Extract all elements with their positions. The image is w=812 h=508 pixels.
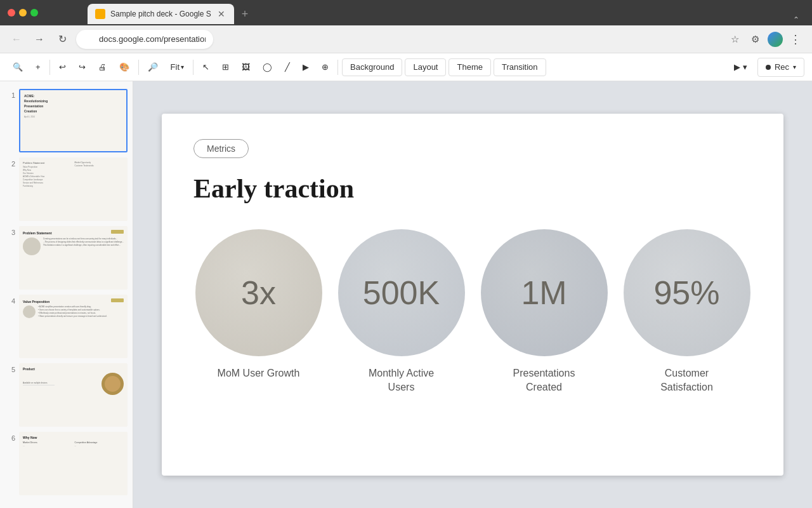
present-dropdown: ▾ xyxy=(743,62,747,72)
metric-item-3: 1M PresentationsCreated xyxy=(481,229,608,395)
paint-format-button[interactable]: 🎨 xyxy=(114,58,134,77)
bookmark-button[interactable]: ☆ xyxy=(726,30,743,48)
toolbar-separator-3 xyxy=(193,60,193,75)
fit-dropdown-arrow: ▾ xyxy=(181,64,184,70)
close-button[interactable] xyxy=(8,9,15,17)
link-button[interactable]: ⊕ xyxy=(317,58,334,77)
metric-value-1: 3x xyxy=(241,274,276,312)
main-area: 1 ACME: Revolutionizing Presentation Cre… xyxy=(0,81,812,508)
slide-thumbnail-4[interactable]: Value Proposition • ACME simplifies pres… xyxy=(19,295,128,358)
rec-dot-icon xyxy=(766,65,771,70)
tab-close-button[interactable]: ✕ xyxy=(216,9,226,19)
profile-button[interactable] xyxy=(766,30,784,48)
slides-toolbar: 🔍 + ↩ ↪ 🖨 🎨 🔎 Fit ▾ ↖ ⊞ 🖼 ◯ ╱ ▶ ⊕ Backgr… xyxy=(0,53,812,81)
image-button[interactable]: 🖼 xyxy=(237,58,255,77)
slide-num-1: 1 xyxy=(5,89,15,99)
toolbar-separator-4 xyxy=(337,60,338,75)
theme-button[interactable]: Theme xyxy=(449,58,490,76)
slide-thumbnail-6[interactable]: Why Now Market Drivers ... Competitive A… xyxy=(19,432,128,495)
forward-button[interactable]: → xyxy=(30,30,48,48)
slide-num-2: 2 xyxy=(5,157,15,168)
browser-menu-button[interactable]: ⋮ xyxy=(787,30,804,48)
slide-num-4: 4 xyxy=(5,295,15,305)
slide-num-5: 5 xyxy=(5,363,15,373)
slide-num-6: 6 xyxy=(5,432,15,442)
right-toolbar: ▶ ▾ Rec ▾ xyxy=(729,58,804,77)
tab-bar: Sample pitch deck - Google S ✕ + ⌃ xyxy=(43,1,804,24)
present-icon: ▶ xyxy=(734,62,740,72)
slide-canvas[interactable]: Metrics Early traction 3x MoM User Growt… xyxy=(162,114,783,476)
rec-label: Rec xyxy=(775,62,789,72)
slide-thumbnail-3[interactable]: Problem Statement Creating presentations… xyxy=(19,226,128,290)
tab-title: Sample pitch deck - Google S xyxy=(110,10,211,18)
tab-favicon xyxy=(95,9,105,19)
metric-circle-3: 1M xyxy=(481,229,608,356)
metric-value-4: 95% xyxy=(653,274,719,312)
metrics-grid: 3x MoM User Growth 500K Monthly ActiveUs… xyxy=(193,229,752,395)
metric-label-3: PresentationsCreated xyxy=(513,366,575,395)
fit-zoom-button[interactable]: Fit ▾ xyxy=(166,58,189,77)
present-button[interactable]: ▶ ▾ xyxy=(729,58,752,77)
metric-label-4: CustomerSatisfaction xyxy=(660,366,713,395)
minimize-button[interactable] xyxy=(19,9,27,17)
zoom-select-button[interactable]: ⊞ xyxy=(217,58,234,77)
address-bar-row: ← → ↻ 🔒 ☆ ⚙ ⋮ xyxy=(0,25,812,53)
address-input[interactable] xyxy=(76,30,213,49)
metric-item-4: 95% CustomerSatisfaction xyxy=(624,229,750,395)
user-avatar xyxy=(768,32,783,47)
metric-circle-2: 500K xyxy=(338,229,465,356)
insert-button[interactable]: + xyxy=(30,58,46,77)
rec-button[interactable]: Rec ▾ xyxy=(757,58,804,77)
line-button[interactable]: ╱ xyxy=(280,58,295,77)
metric-circle-4: 95% xyxy=(624,229,750,356)
slide-panel: 1 ACME: Revolutionizing Presentation Cre… xyxy=(0,81,133,508)
toolbar-separator-2 xyxy=(138,60,139,75)
address-bar-wrap: 🔒 xyxy=(76,30,721,49)
metrics-badge-text: Metrics xyxy=(207,144,235,154)
extensions-button[interactable]: ⚙ xyxy=(746,30,764,48)
traffic-lights xyxy=(8,9,38,17)
metrics-badge: Metrics xyxy=(193,139,249,158)
slide-thumb-4[interactable]: 4 Value Proposition • ACME simplifies pr… xyxy=(0,292,133,361)
window-collapse-button[interactable]: ⌃ xyxy=(788,15,804,24)
slide-thumb-6[interactable]: 6 Why Now Market Drivers ... Competitive… xyxy=(0,429,133,498)
metric-value-2: 500K xyxy=(363,274,440,312)
metric-value-3: 1M xyxy=(521,274,566,312)
background-button[interactable]: Background xyxy=(342,58,402,76)
slide-editor: Metrics Early traction 3x MoM User Growt… xyxy=(133,81,812,508)
zoom-button[interactable]: 🔎 xyxy=(143,58,163,77)
search-icon: 🔍 xyxy=(13,62,23,72)
back-button[interactable]: ← xyxy=(8,30,25,48)
slide-num-3: 3 xyxy=(5,226,15,236)
slide-thumbnail-2[interactable]: Problem Statement Value Proposition Why … xyxy=(19,157,128,221)
slide-thumbnail-5[interactable]: Product Available on multiple devices xyxy=(19,363,128,427)
undo-button[interactable]: ↩ xyxy=(54,58,71,77)
metric-circle-1: 3x xyxy=(195,229,322,356)
redo-button[interactable]: ↪ xyxy=(74,58,91,77)
zoom-out-icon: 🔎 xyxy=(148,62,158,72)
maximize-button[interactable] xyxy=(30,9,38,17)
transition-button[interactable]: Transition xyxy=(494,58,546,76)
slide-thumb-2[interactable]: 2 Problem Statement Value Proposition Wh… xyxy=(0,155,133,224)
shape-button[interactable]: ◯ xyxy=(258,58,277,77)
metric-label-1: MoM User Growth xyxy=(218,366,300,380)
active-tab[interactable]: Sample pitch deck - Google S ✕ xyxy=(88,4,234,24)
browser-toolbar-icons: ☆ ⚙ ⋮ xyxy=(726,30,804,48)
print-button[interactable]: 🖨 xyxy=(93,58,112,77)
slide-thumb-3[interactable]: 3 Problem Statement Creating presentatio… xyxy=(0,224,133,292)
slide-thumb-5[interactable]: 5 Product Available on multiple devices xyxy=(0,361,133,429)
search-button[interactable]: 🔍 xyxy=(8,58,28,77)
reload-button[interactable]: ↻ xyxy=(53,30,71,48)
slide-thumb-1[interactable]: 1 ACME: Revolutionizing Presentation Cre… xyxy=(0,86,133,155)
title-bar: Sample pitch deck - Google S ✕ + ⌃ xyxy=(0,0,812,25)
new-tab-button[interactable]: + xyxy=(237,4,254,24)
toolbar-separator-1 xyxy=(49,60,50,75)
layout-button[interactable]: Layout xyxy=(405,58,446,76)
rec-dropdown-arrow: ▾ xyxy=(793,64,796,70)
metric-item-2: 500K Monthly ActiveUsers xyxy=(338,229,465,395)
metric-label-2: Monthly ActiveUsers xyxy=(369,366,434,395)
slide-thumbnail-1[interactable]: ACME: Revolutionizing Presentation Creat… xyxy=(19,89,128,152)
video-button[interactable]: ▶ xyxy=(298,58,314,77)
metric-item-1: 3x MoM User Growth xyxy=(195,229,322,395)
cursor-tool-button[interactable]: ↖ xyxy=(197,58,214,77)
